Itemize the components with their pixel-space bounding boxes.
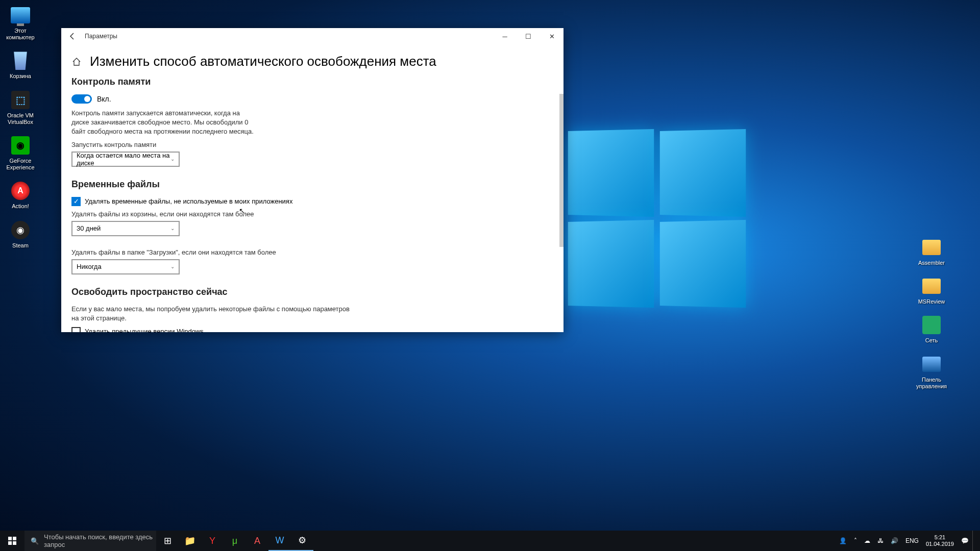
wallpaper-windows-logo xyxy=(567,130,745,309)
desktop-icon-network[interactable]: Сеть xyxy=(911,312,952,346)
svg-rect-0 xyxy=(8,537,12,540)
tray-language[interactable]: ENG xyxy=(902,531,922,551)
desktop-icon-label: Этоткомпьютер xyxy=(0,28,41,41)
desktop-icon-label: Action! xyxy=(0,203,41,210)
minimize-button[interactable]: ─ xyxy=(493,28,517,44)
windows-icon xyxy=(8,537,16,545)
svg-rect-1 xyxy=(13,537,16,540)
desktop-icon-action[interactable]: AAction! xyxy=(0,178,41,212)
chevron-down-icon: ⌄ xyxy=(170,264,175,269)
desktop-icon-label: Steam xyxy=(0,242,41,249)
desktop-icon-msreview[interactable]: MSReview xyxy=(911,273,952,307)
search-icon: 🔍 xyxy=(31,537,39,545)
checkbox-label: Удалять временные файлы, не используемые… xyxy=(85,197,292,205)
clock-date: 01.04.2019 xyxy=(926,541,954,547)
desktop-icon-assembler[interactable]: Assembler xyxy=(911,235,952,268)
section-heading-free-now: Освободить пространство сейчас xyxy=(71,287,553,297)
desktop-icon-control-panel[interactable]: Панельуправления xyxy=(911,352,952,392)
taskbar-word[interactable]: W xyxy=(268,531,291,551)
delete-temp-files-checkbox[interactable]: ✓ xyxy=(71,197,81,206)
tray-people[interactable]: 👤 xyxy=(836,531,850,551)
svg-rect-3 xyxy=(13,541,16,545)
close-button[interactable]: ✕ xyxy=(540,28,564,44)
arrow-left-icon xyxy=(68,32,77,40)
show-desktop-button[interactable] xyxy=(972,531,980,551)
desktop-icon-virtualbox[interactable]: ⬚Oracle VMVirtualBox xyxy=(0,87,41,128)
scrollbar[interactable] xyxy=(559,94,564,247)
tray-onedrive[interactable]: ☁ xyxy=(861,531,874,551)
recycle-bin-combo[interactable]: 30 дней ⌄ xyxy=(71,221,180,236)
desktop-icon-label: Oracle VMVirtualBox xyxy=(0,112,41,126)
search-placeholder: Чтобы начать поиск, введите здесь запрос xyxy=(44,533,156,548)
back-button[interactable] xyxy=(65,29,80,43)
free-now-description: Если у вас мало места, мы попробуем удал… xyxy=(71,305,357,323)
desktop-icon-label: Корзина xyxy=(0,73,41,80)
desktop-icon-geforce[interactable]: ◉GeForceExperience xyxy=(0,133,41,173)
run-storage-sense-label: Запустить контроль памяти xyxy=(71,141,553,148)
downloads-combo[interactable]: Никогда ⌄ xyxy=(71,259,180,274)
storage-sense-toggle[interactable] xyxy=(71,94,92,104)
taskbar: 🔍 Чтобы начать поиск, введите здесь запр… xyxy=(0,531,980,551)
tray-clock[interactable]: 5:21 01.04.2019 xyxy=(922,531,958,551)
svg-rect-2 xyxy=(8,541,12,545)
desktop-icon-recycle-bin[interactable]: Корзина xyxy=(0,48,41,82)
run-storage-sense-combo[interactable]: Когда остается мало места на диске ⌄ xyxy=(71,152,180,167)
tray-network[interactable]: 🖧 xyxy=(874,531,887,551)
checkbox-label: Удалить предыдущие версии Windows xyxy=(85,328,204,332)
titlebar: Параметры ─ ☐ ✕ xyxy=(61,28,564,44)
taskbar-action[interactable]: A xyxy=(246,531,268,551)
taskbar-file-explorer[interactable]: 📁 xyxy=(179,531,201,551)
taskbar-yandex[interactable]: Y xyxy=(201,531,224,551)
maximize-button[interactable]: ☐ xyxy=(517,28,540,44)
delete-previous-windows-checkbox[interactable] xyxy=(71,327,81,332)
chevron-down-icon: ⌄ xyxy=(170,226,175,231)
desktop-icon-steam[interactable]: ◉Steam xyxy=(0,217,41,251)
chevron-down-icon: ⌄ xyxy=(170,156,175,162)
task-view-button[interactable]: ⊞ xyxy=(156,531,179,551)
system-tray: 👤 ˄ ☁ 🖧 🔊 ENG 5:21 01.04.2019 💬 xyxy=(836,531,980,551)
section-heading-temp-files: Временные файлы xyxy=(71,179,553,190)
page-title: Изменить способ автоматического освобожд… xyxy=(90,54,436,69)
combo-value: Когда остается мало места на диске xyxy=(77,152,170,167)
settings-window: Параметры ─ ☐ ✕ Изменить способ автомати… xyxy=(61,28,564,332)
tray-volume[interactable]: 🔊 xyxy=(887,531,902,551)
desktop-icons-right: Assembler MSReview Сеть Панельуправления xyxy=(911,235,952,397)
downloads-label: Удалять файлы в папке "Загрузки", если о… xyxy=(71,248,553,256)
window-title: Параметры xyxy=(85,33,117,40)
start-button[interactable] xyxy=(0,531,24,551)
combo-value: 30 дней xyxy=(77,224,101,232)
desktop-icon-label: GeForceExperience xyxy=(0,158,41,171)
tray-notifications[interactable]: 💬 xyxy=(958,531,972,551)
desktop-icon-label: MSReview xyxy=(911,298,952,305)
storage-sense-description: Контроль памяти запускается автоматическ… xyxy=(71,109,255,137)
tray-show-hidden[interactable]: ˄ xyxy=(850,531,861,551)
desktop-icon-this-pc[interactable]: Этоткомпьютер xyxy=(0,3,41,43)
section-heading-storage-sense: Контроль памяти xyxy=(71,77,553,87)
content-area: Контроль памяти Вкл. Контроль памяти зап… xyxy=(61,77,564,332)
clock-time: 5:21 xyxy=(935,534,945,541)
desktop-icon-label: Сеть xyxy=(911,337,952,344)
desktop-icon-label: Assembler xyxy=(911,260,952,266)
recycle-bin-label: Удалять файлы из корзины, если они наход… xyxy=(71,210,553,218)
combo-value: Никогда xyxy=(77,263,102,270)
search-box[interactable]: 🔍 Чтобы начать поиск, введите здесь запр… xyxy=(24,531,156,551)
desktop-icon-label: Панельуправления xyxy=(911,377,952,390)
taskbar-settings[interactable]: ⚙ xyxy=(291,531,313,551)
taskbar-utorrent[interactable]: μ xyxy=(224,531,246,551)
home-button[interactable] xyxy=(71,57,82,67)
toggle-label: Вкл. xyxy=(97,95,111,103)
home-icon xyxy=(71,57,82,67)
desktop-icons-left: Этоткомпьютер Корзина ⬚Oracle VMVirtualB… xyxy=(0,3,41,256)
